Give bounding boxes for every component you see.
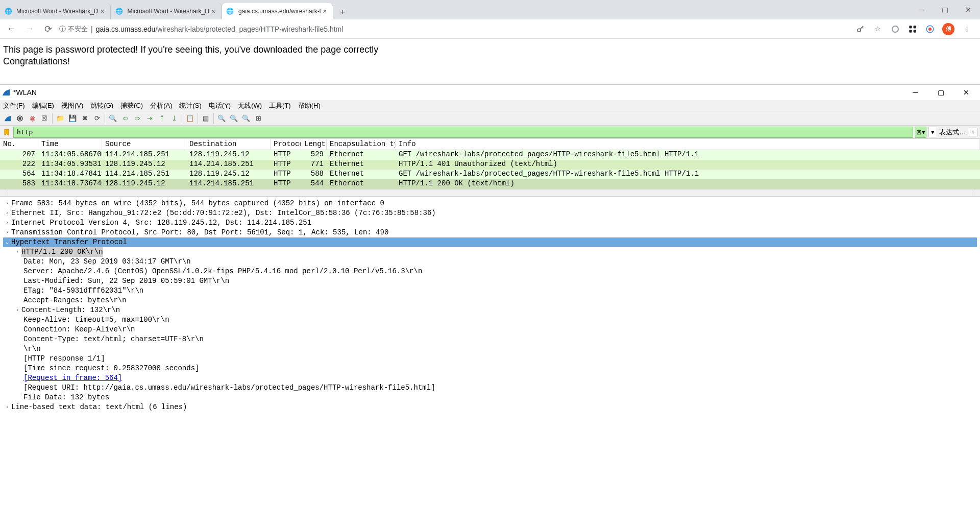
detail-tcp[interactable]: Transmission Control Protocol, Src Port:… — [11, 228, 388, 237]
menu-goto[interactable]: 跳转(G) — [90, 101, 113, 110]
col-length[interactable]: Length — [301, 139, 327, 150]
star-icon[interactable]: ☆ — [873, 24, 883, 34]
display-filter-input[interactable] — [13, 127, 913, 138]
menu-edit[interactable]: 编辑(E) — [32, 101, 54, 110]
col-time[interactable]: Time — [38, 139, 102, 150]
collapse-icon[interactable]: ⌄ — [3, 237, 11, 247]
expand-icon[interactable]: › — [13, 247, 21, 257]
tab-gaia[interactable]: 🌐 gaia.cs.umass.edu/wireshark-l × — [222, 3, 333, 19]
packet-row[interactable]: 22211:34:05.935317128.119.245.12114.214.… — [0, 160, 980, 170]
close-icon[interactable]: × — [321, 7, 329, 15]
tab-word-h[interactable]: 🌐 Microsoft Word - Wireshark_H × — [111, 3, 222, 19]
col-protocol[interactable]: Protocol — [271, 139, 301, 150]
close-icon[interactable]: × — [98, 7, 106, 15]
col-no[interactable]: No. — [0, 139, 38, 150]
col-info[interactable]: Info — [396, 139, 980, 150]
detail-content-length[interactable]: Content-Length: 132\r\n — [21, 305, 120, 315]
start-capture-icon[interactable] — [2, 113, 13, 124]
expand-icon[interactable]: › — [3, 402, 11, 412]
restart-capture-icon[interactable]: ◉ — [27, 113, 38, 124]
detail-file-data[interactable]: File Data: 132 bytes — [23, 393, 109, 402]
zoom-out-icon[interactable]: 🔍 — [228, 113, 239, 124]
menu-icon[interactable]: ⋮ — [962, 24, 972, 34]
minimize-button[interactable]: ─ — [910, 0, 933, 19]
menu-view[interactable]: 视图(V) — [61, 101, 83, 110]
packet-row[interactable]: 58311:34:18.736746128.119.245.12114.214.… — [0, 179, 980, 189]
detail-frame[interactable]: Frame 583: 544 bytes on wire (4352 bits)… — [11, 199, 384, 208]
colorize-icon[interactable]: ▤ — [200, 113, 211, 124]
detail-accept[interactable]: Accept-Ranges: bytes\r\n — [23, 296, 127, 305]
menu-stats[interactable]: 统计(S) — [179, 101, 201, 110]
auto-scroll-icon[interactable]: 📋 — [184, 113, 195, 124]
ws-title-bar[interactable]: *WLAN ─ ▢ ✕ — [0, 85, 980, 100]
open-icon[interactable]: 📁 — [55, 113, 66, 124]
stop-capture-icon[interactable] — [14, 113, 26, 124]
go-forward-icon[interactable]: ⇨ — [132, 113, 143, 124]
menu-telephony[interactable]: 电话(Y) — [209, 101, 231, 110]
grid-icon[interactable] — [908, 24, 918, 34]
insecure-indicator[interactable]: ⓘ 不安全 — [59, 25, 88, 34]
stack-icon[interactable] — [925, 24, 935, 34]
detail-etag[interactable]: ETag: "84-5931dfff62031"\r\n — [23, 286, 143, 296]
filter-add-button[interactable]: + — [968, 128, 978, 136]
filter-clear-button[interactable]: ⊠▾ — [915, 127, 926, 138]
detail-date[interactable]: Date: Mon, 23 Sep 2019 03:34:17 GMT\r\n — [23, 257, 191, 267]
detail-crlf[interactable]: \r\n — [23, 344, 41, 354]
url-field[interactable]: ⓘ 不安全 | gaia.cs.umass.edu/wireshark-labs… — [59, 22, 851, 36]
scroll-left-icon[interactable] — [0, 189, 8, 196]
close-icon[interactable]: × — [209, 7, 217, 15]
resize-cols-icon[interactable]: ⊞ — [253, 113, 264, 124]
go-back-icon[interactable]: ⇦ — [119, 113, 131, 124]
scroll-right-icon[interactable] — [972, 189, 980, 196]
expand-icon[interactable]: › — [13, 305, 21, 315]
expand-icon[interactable]: › — [3, 199, 11, 208]
new-tab-button[interactable]: + — [335, 5, 350, 19]
find-icon[interactable]: 🔍 — [107, 113, 118, 124]
packet-list-header[interactable]: No. Time Source Destination Protocol Len… — [0, 139, 980, 150]
close-file-icon[interactable]: ✖ — [79, 113, 90, 124]
filter-bookmark-icon[interactable] — [2, 128, 11, 137]
col-destination[interactable]: Destination — [186, 139, 271, 150]
reload-icon[interactable]: ⟳ — [91, 113, 103, 124]
menu-analyze[interactable]: 分析(A) — [150, 101, 172, 110]
ws-close-button[interactable]: ✕ — [954, 85, 978, 100]
col-source[interactable]: Source — [102, 139, 186, 150]
zoom-reset-icon[interactable]: 🔍 — [240, 113, 252, 124]
go-last-icon[interactable]: ⤓ — [168, 113, 180, 124]
detail-connection[interactable]: Connection: Keep-Alive\r\n — [23, 325, 135, 334]
go-first-icon[interactable]: ⤒ — [156, 113, 167, 124]
packet-row[interactable]: 56411:34:18.478419114.214.185.251128.119… — [0, 170, 980, 179]
expand-icon[interactable]: › — [3, 208, 11, 218]
tab-word-d[interactable]: 🌐 Microsoft Word - Wireshark_D × — [0, 3, 111, 19]
expand-icon[interactable]: › — [3, 228, 11, 237]
close-window-button[interactable]: ✕ — [957, 0, 980, 19]
detail-keepalive[interactable]: Keep-Alive: timeout=5, max=100\r\n — [23, 315, 169, 325]
detail-time-since[interactable]: [Time since request: 0.258327000 seconds… — [23, 364, 199, 373]
avatar[interactable]: 傅 — [942, 23, 954, 35]
filter-dropdown-icon[interactable]: ▾ — [928, 127, 937, 137]
detail-status[interactable]: HTTP/1.1 200 OK\r\n — [21, 247, 103, 257]
menu-tools[interactable]: 工具(T) — [269, 101, 291, 110]
back-button[interactable]: ← — [4, 22, 18, 36]
detail-ethernet[interactable]: Ethernet II, Src: Hangzhou_91:72:e2 (5c:… — [11, 208, 436, 218]
menu-file[interactable]: 文件(F) — [3, 101, 25, 110]
detail-ip[interactable]: Internet Protocol Version 4, Src: 128.11… — [11, 218, 311, 228]
save-icon[interactable]: 💾 — [67, 113, 78, 124]
detail-http[interactable]: Hypertext Transfer Protocol — [11, 237, 127, 247]
detail-server[interactable]: Server: Apache/2.4.6 (CentOS) OpenSSL/1.… — [23, 267, 422, 276]
zoom-in-icon[interactable]: 🔍 — [216, 113, 227, 124]
capture-options-icon[interactable]: ☒ — [39, 113, 50, 124]
packet-list-scrollbar[interactable] — [0, 189, 980, 196]
detail-request-frame-link[interactable]: [Request in frame: 564] — [23, 373, 122, 383]
col-encap[interactable]: Encapsulation type — [327, 139, 396, 150]
key-icon[interactable] — [855, 24, 866, 34]
go-to-icon[interactable]: ⇥ — [144, 113, 155, 124]
reload-button[interactable]: ⟳ — [41, 22, 55, 36]
ws-minimize-button[interactable]: ─ — [903, 85, 927, 100]
maximize-button[interactable]: ▢ — [933, 0, 957, 19]
forward-button[interactable]: → — [22, 22, 37, 36]
packet-details[interactable]: ›Frame 583: 544 bytes on wire (4352 bits… — [0, 196, 980, 422]
expand-icon[interactable]: › — [3, 218, 11, 228]
detail-line-based[interactable]: Line-based text data: text/html (6 lines… — [11, 402, 187, 412]
menu-capture[interactable]: 捕获(C) — [120, 101, 143, 110]
